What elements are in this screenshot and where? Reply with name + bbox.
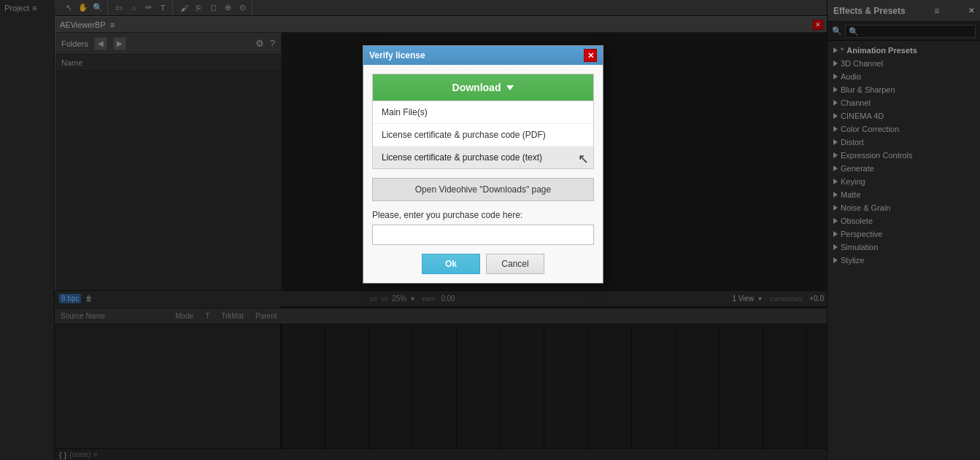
purchase-code-label: Please, enter you purchase code here: [372, 210, 594, 220]
dropdown-item-main-files[interactable]: Main File(s) [373, 101, 593, 124]
download-area: Download Main File(s) License certificat… [372, 74, 594, 169]
modal-body: Download Main File(s) License certificat… [363, 65, 603, 283]
modal-titlebar: Verify license ✕ [363, 46, 603, 65]
dropdown-item-label: License certificate & purchase code (tex… [382, 152, 542, 163]
modal-footer: Ok Cancel [372, 254, 594, 274]
download-button[interactable]: Download [373, 74, 593, 101]
modal-overlay: Verify license ✕ Download Main File(s) L… [0, 0, 980, 460]
purchase-code-input[interactable] [372, 225, 594, 245]
dropdown-item-license-pdf[interactable]: License certificate & purchase code (PDF… [373, 124, 593, 147]
download-arrow-icon [506, 85, 514, 90]
ok-button[interactable]: Ok [422, 254, 480, 274]
download-dropdown: Main File(s) License certificate & purch… [373, 101, 593, 168]
dropdown-item-license-text[interactable]: License certificate & purchase code (tex… [373, 147, 593, 168]
dropdown-item-label: License certificate & purchase code (PDF… [382, 130, 546, 140]
verify-license-dialog: Verify license ✕ Download Main File(s) L… [363, 45, 603, 284]
modal-title: Verify license [369, 50, 425, 61]
modal-close-button[interactable]: ✕ [584, 49, 597, 62]
cursor-pointer-icon: ↖ [578, 152, 589, 165]
cancel-button[interactable]: Cancel [486, 254, 544, 274]
videohive-btn-label: Open Videohive "Downloads" page [415, 184, 551, 195]
download-label: Download [452, 82, 501, 93]
videohive-downloads-button[interactable]: Open Videohive "Downloads" page [372, 178, 594, 201]
dropdown-item-label: Main File(s) [382, 107, 428, 117]
